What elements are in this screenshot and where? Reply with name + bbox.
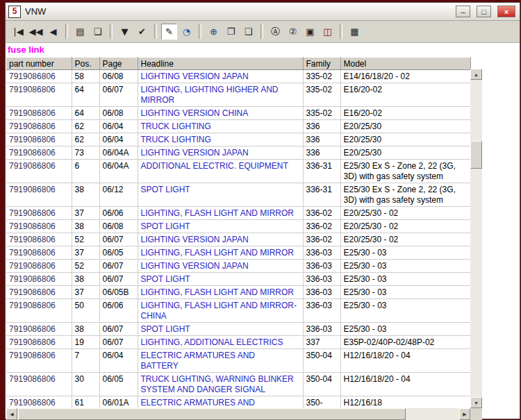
- cell-family: 336-03: [303, 260, 340, 273]
- cell-part-number: 7919086806: [6, 336, 72, 349]
- cell-model: E25/30 - 03: [340, 323, 470, 336]
- scroll-up-icon: ▲: [474, 72, 479, 77]
- cell-headline: LIGHTING VERSION JAPAN: [138, 146, 303, 160]
- minimize-button[interactable]: –: [456, 6, 470, 17]
- cell-pos: 52: [72, 233, 99, 246]
- cell-pos: 38: [72, 273, 99, 286]
- cell-pos: 73: [72, 146, 99, 160]
- cell-model: E20/25/30 - 02: [340, 220, 470, 233]
- table-row[interactable]: 79190868063706/06LIGHTING, FLASH LIGHT A…: [6, 207, 470, 220]
- table-row[interactable]: 79190868063806/08SPOT LIGHT336-02E20/25/…: [6, 220, 470, 233]
- edit-mode-pen-icon[interactable]: ✎: [161, 24, 177, 40]
- table-row[interactable]: 7919086806606/04AADDITIONAL ELECTRIC. EQ…: [6, 160, 470, 183]
- cell-pos: 50: [72, 299, 99, 323]
- cell-family: 336-03: [303, 299, 340, 323]
- table-row[interactable]: 79190868066406/07LIGHTING, LIGHTING HIGH…: [6, 83, 470, 107]
- fast-previous-icon[interactable]: ◀◀: [28, 24, 44, 40]
- table-row[interactable]: 79190868065806/08LIGHTING VERSION JAPAN3…: [6, 70, 470, 83]
- circle-2-icon[interactable]: ②: [285, 24, 301, 40]
- table-row[interactable]: 79190868063806/07SPOT LIGHT336-03E25/30 …: [6, 273, 470, 286]
- cell-part-number: 7919086806: [6, 286, 72, 299]
- table-row[interactable]: 79190868065206/07LIGHTING VERSION JAPAN3…: [6, 233, 470, 246]
- table-row[interactable]: 79190868063806/07SPOT LIGHT336-03E25/30 …: [6, 323, 470, 336]
- cell-family: 336-02: [303, 207, 340, 220]
- toolbar-separator: [199, 24, 201, 39]
- zoom-icon[interactable]: ⊕: [206, 24, 222, 40]
- funnel-filter-icon[interactable]: ▼: [117, 24, 133, 40]
- table-view-icon[interactable]: ▦: [347, 24, 363, 40]
- cell-model: E20/25/30: [340, 120, 470, 133]
- scroll-down-button[interactable]: ▼: [470, 397, 482, 408]
- titlebar[interactable]: 5 VNW – □ ×: [6, 3, 520, 21]
- table-row[interactable]: 79190868063706/05BLIGHTING, FLASH LIGHT …: [6, 286, 470, 299]
- circle-a-icon[interactable]: Ⓐ: [267, 24, 283, 40]
- column-header-family[interactable]: Family: [303, 58, 340, 70]
- app-icon: 5: [8, 6, 21, 18]
- cell-model: E25/30 Ex S - Zone 2, 22 (3G, 3D) with g…: [340, 183, 470, 207]
- edit-page-icon[interactable]: ▤: [72, 24, 88, 40]
- tile-windows-icon[interactable]: ❑: [240, 24, 256, 40]
- horizontal-scrollbar[interactable]: ◀ ▶: [6, 408, 470, 420]
- cascade-windows-icon[interactable]: ❐: [223, 24, 239, 40]
- cell-pos: 64: [72, 107, 99, 120]
- cell-pos: 38: [72, 323, 99, 336]
- history-clock-icon[interactable]: ◔: [179, 24, 195, 40]
- maximize-icon: □: [481, 8, 486, 16]
- table-row[interactable]: 79190868061906/07LIGHTING, ADDITIONAL EL…: [6, 336, 470, 349]
- cell-page: 06/05: [99, 246, 138, 260]
- cell-family: 336-03: [303, 323, 340, 336]
- table-row[interactable]: 79190868063006/05TRUCK LIGHTING, WARNING…: [6, 373, 470, 396]
- table-row[interactable]: 79190868065206/07LIGHTING VERSION JAPAN3…: [6, 260, 470, 273]
- scroll-left-button[interactable]: ◀: [6, 408, 17, 420]
- toolbar-separator: [340, 24, 342, 39]
- cell-page: 06/08: [99, 220, 138, 233]
- cell-pos: 38: [72, 220, 99, 233]
- table-row[interactable]: 79190868066406/08LIGHTING VERSION CHINA3…: [6, 107, 470, 120]
- cell-headline: SPOT LIGHT: [138, 220, 303, 233]
- cell-pos: 7: [72, 349, 99, 373]
- horizontal-scroll-thumb[interactable]: [18, 408, 406, 420]
- cell-pos: 52: [72, 260, 99, 273]
- column-header-pos[interactable]: Pos.: [72, 58, 99, 70]
- scroll-right-button[interactable]: ▶: [459, 408, 470, 420]
- close-button[interactable]: ×: [497, 6, 515, 17]
- cell-model: H12/16/18/20 - 04: [340, 349, 470, 373]
- scroll-up-button[interactable]: ▲: [470, 69, 482, 80]
- cell-family: 336-31: [303, 183, 340, 207]
- column-header-part-number[interactable]: part number: [6, 58, 72, 70]
- previous-record-icon[interactable]: ◀: [45, 24, 61, 40]
- parts-catalog-book-icon[interactable]: ◫: [320, 24, 336, 40]
- column-header-headline[interactable]: Headline: [138, 58, 303, 70]
- print-icon[interactable]: ▣: [302, 24, 318, 40]
- cell-family: 350-04: [303, 349, 340, 373]
- maximize-button[interactable]: □: [477, 6, 491, 17]
- table-row[interactable]: 7919086806706/04ELECTRIC ARMATURES AND B…: [6, 349, 470, 373]
- cell-headline: LIGHTING, FLASH LIGHT AND MIRROR: [138, 286, 303, 299]
- table-row[interactable]: 79190868067306/04ALIGHTING VERSION JAPAN…: [6, 146, 470, 160]
- table-row[interactable]: 79190868066206/04TRUCK LIGHTING336E20/25…: [6, 120, 470, 133]
- cell-headline: LIGHTING, FLASH LIGHT AND MIRROR- CHINA: [138, 299, 303, 323]
- column-header-page[interactable]: Page: [99, 58, 138, 70]
- cell-model: E25/30 - 03: [340, 273, 470, 286]
- vertical-scrollbar[interactable]: ▲ ▼: [470, 69, 482, 408]
- table-row[interactable]: 79190868066206/04TRUCK LIGHTING336E20/25…: [6, 133, 470, 146]
- table-row[interactable]: 79190868065006/06LIGHTING, FLASH LIGHT A…: [6, 299, 470, 323]
- cell-family: 336-02: [303, 220, 340, 233]
- validate-list-icon[interactable]: ✔: [134, 24, 150, 40]
- cell-part-number: 7919086806: [6, 120, 72, 133]
- copy-page-icon[interactable]: ❏: [90, 24, 106, 40]
- table-row[interactable]: 79190868063806/12SPOT LIGHT336-31E25/30 …: [6, 183, 470, 207]
- cell-model: E20/25/30 - 02: [340, 233, 470, 246]
- table-header-row: part number Pos. Page Headline Family Mo…: [6, 58, 470, 70]
- toolbar-separator: [260, 24, 263, 39]
- table-row[interactable]: 79190868063706/05LIGHTING, FLASH LIGHT A…: [6, 246, 470, 260]
- scroll-down-icon: ▼: [474, 401, 479, 405]
- first-record-icon[interactable]: |◀: [10, 24, 26, 40]
- cell-part-number: 7919086806: [6, 183, 72, 207]
- column-header-model[interactable]: Model: [340, 58, 470, 70]
- cell-family: 336-03: [303, 286, 340, 299]
- vertical-scroll-thumb[interactable]: [470, 141, 482, 169]
- cell-family: 335-02: [303, 107, 340, 120]
- cell-page: 06/07: [99, 336, 138, 349]
- cell-part-number: 7919086806: [6, 246, 72, 260]
